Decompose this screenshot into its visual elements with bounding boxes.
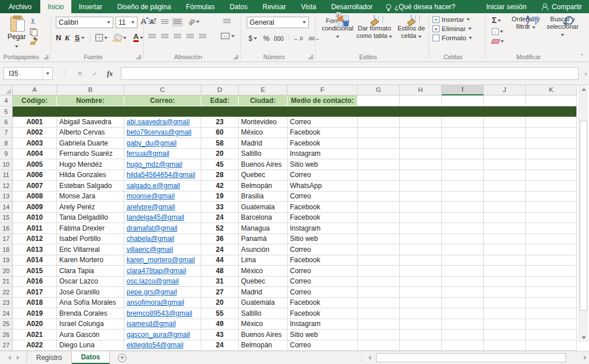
cell-name[interactable]: Gabriela Duarte [57, 138, 124, 149]
empty-cell[interactable] [358, 244, 400, 255]
empty-cell[interactable] [442, 244, 484, 255]
cell-contact[interactable]: Facebook [288, 308, 358, 319]
cell-city[interactable]: Brasilia [239, 191, 288, 202]
cell-city[interactable]: Buenos Aires [239, 329, 288, 340]
cell-code[interactable]: A012 [13, 234, 57, 245]
cell-city[interactable]: Madrid [239, 287, 288, 298]
empty-cell[interactable] [526, 128, 577, 139]
column-header-B[interactable]: B [57, 85, 124, 95]
cell-age[interactable]: 27 [201, 287, 239, 298]
empty-cell[interactable] [442, 308, 484, 319]
empty-cell[interactable] [526, 191, 577, 202]
empty-cell[interactable] [526, 234, 577, 245]
empty-cell[interactable] [484, 255, 526, 266]
cell-age[interactable]: 20 [201, 298, 239, 309]
empty-cell[interactable] [526, 244, 577, 255]
row-header-15[interactable]: 15 [0, 213, 13, 224]
cell-contact[interactable]: Instagram [288, 149, 358, 160]
empty-cell[interactable] [400, 234, 442, 245]
cell-city[interactable]: Quebec [239, 170, 288, 181]
empty-cell[interactable] [400, 95, 442, 106]
row-header-27[interactable]: 27 [0, 340, 13, 351]
font-name-combo[interactable]: Calibri [56, 17, 113, 28]
empty-cell[interactable] [484, 308, 526, 319]
cell-age[interactable]: 24 [201, 340, 239, 351]
empty-cell[interactable] [526, 340, 577, 351]
comma-style-button[interactable]: 000 [274, 36, 284, 42]
empty-cell[interactable] [526, 287, 577, 298]
tab-datos[interactable]: Datos [222, 0, 255, 13]
empty-cell[interactable] [526, 159, 577, 170]
cell-email[interactable]: ansofimora@gmail [124, 298, 201, 309]
cancel-button[interactable]: ✕ [72, 70, 87, 78]
align-left-icon[interactable] [148, 34, 156, 39]
empty-cell[interactable] [358, 128, 400, 139]
delete-cells-button[interactable]: × Eliminar [433, 25, 472, 32]
vertical-scrollbar[interactable] [579, 85, 588, 342]
empty-cell[interactable] [358, 170, 400, 181]
empty-cell[interactable] [442, 95, 484, 106]
cell-contact[interactable]: Sitio web [288, 234, 358, 245]
cell-city[interactable]: Managua [239, 223, 288, 234]
sheet-tab-datos[interactable]: Datos [72, 351, 110, 364]
cell-city[interactable]: Saltillo [239, 149, 288, 160]
row-header-24[interactable]: 24 [0, 308, 13, 319]
row-header-25[interactable]: 25 [0, 319, 13, 330]
row-header-11[interactable]: 11 [0, 170, 13, 181]
cell-contact[interactable]: Facebook [288, 128, 358, 139]
empty-cell[interactable] [442, 159, 484, 170]
cell-code[interactable]: A008 [13, 191, 57, 202]
empty-cell[interactable] [358, 319, 400, 330]
cell-email[interactable]: eldiegito54@gmail [124, 340, 201, 351]
cell-name[interactable]: José Granillo [57, 287, 124, 298]
percent-button[interactable]: % [263, 35, 270, 43]
empty-cell[interactable] [358, 181, 400, 191]
row-header-10[interactable]: 10 [0, 159, 13, 170]
cell-name[interactable]: Fernando Suaréz [57, 149, 124, 160]
cell-age[interactable]: 19 [201, 191, 239, 202]
cell-contact[interactable]: Correo [288, 244, 358, 255]
cell-city[interactable]: Madrid [239, 138, 288, 149]
cell-email[interactable]: fersua@gmail [124, 149, 201, 160]
cell-city[interactable]: México [239, 128, 288, 139]
row-header-5[interactable]: 5 [0, 106, 13, 117]
row-header-4[interactable]: 4 [0, 95, 13, 106]
empty-cell[interactable] [484, 181, 526, 191]
cell-email[interactable]: bremco89543@gmail [124, 308, 201, 319]
cell-name[interactable]: Tania Delgadillo [57, 213, 124, 224]
cell-city[interactable]: Montevideo [239, 117, 288, 128]
empty-cell[interactable] [442, 181, 484, 191]
empty-cell[interactable] [484, 223, 526, 234]
name-box[interactable]: I35 [3, 67, 53, 80]
sheet-nav-right-icon[interactable] [17, 355, 20, 360]
cell-name[interactable]: Abigail Saavedra [57, 117, 124, 128]
cell-code[interactable]: A014 [13, 255, 57, 266]
empty-cell[interactable] [526, 213, 577, 224]
empty-cell[interactable] [526, 277, 577, 288]
decrease-indent-icon[interactable] [186, 34, 194, 39]
cell-email[interactable]: osc.lazco@gmail [124, 277, 201, 288]
cell-contact[interactable]: Facebook [288, 202, 358, 213]
cell-city[interactable]: México [239, 319, 288, 330]
empty-cell[interactable] [526, 149, 577, 160]
tab-inicio[interactable]: Inicio [40, 0, 71, 13]
empty-cell[interactable] [400, 319, 442, 330]
empty-cell[interactable] [400, 213, 442, 224]
empty-cell[interactable] [526, 223, 577, 234]
column-header-C[interactable]: C [124, 85, 201, 95]
empty-cell[interactable] [526, 95, 577, 106]
empty-cell[interactable] [358, 277, 400, 288]
number-format-combo[interactable]: General [247, 17, 309, 28]
empty-cell[interactable] [484, 340, 526, 351]
cell-name[interactable]: Eric Villarreal [57, 244, 124, 255]
empty-cell[interactable] [358, 340, 400, 351]
empty-cell[interactable] [526, 202, 577, 213]
row-header-21[interactable]: 21 [0, 277, 13, 288]
cell-name[interactable]: Brenda Corales [57, 308, 124, 319]
wrap-text-icon[interactable] [223, 18, 231, 26]
empty-cell[interactable] [400, 223, 442, 234]
empty-cell[interactable] [526, 181, 577, 191]
cell-code[interactable]: A006 [13, 170, 57, 181]
tab-scrollbar-splitter[interactable]: ⋮ [357, 351, 367, 364]
horizontal-scrollbar[interactable] [367, 352, 588, 363]
